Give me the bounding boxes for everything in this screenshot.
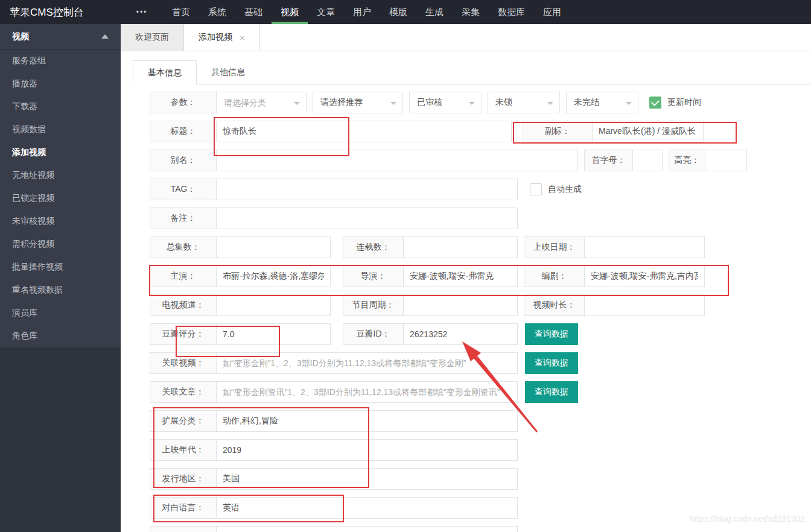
row-remark: 备注： — [150, 207, 811, 229]
first-letter-input[interactable] — [633, 150, 662, 171]
video-duration-input[interactable] — [585, 295, 704, 315]
nav-item-home[interactable]: 首页 — [163, 0, 199, 24]
release-region-input[interactable] — [217, 469, 517, 489]
release-year-input[interactable] — [217, 440, 517, 460]
title-input[interactable] — [217, 121, 511, 142]
tv-channel-input[interactable] — [217, 295, 330, 315]
tab-welcome-page[interactable]: 欢迎页面 — [121, 24, 184, 51]
update-time-label: 更新时间 — [667, 97, 701, 108]
row-alias: 别名： 首字母： 高亮： — [150, 150, 811, 171]
nav-item-template[interactable]: 模版 — [380, 0, 416, 24]
director-input[interactable] — [404, 266, 517, 287]
sidebar-item-downloader[interactable]: 下载器 — [0, 95, 121, 118]
starring-input[interactable] — [217, 266, 330, 287]
row-dialogue-language: 对白语言： — [150, 497, 811, 519]
remark-label: 备注： — [150, 208, 217, 229]
main-nav: 首页 系统 基础 视频 文章 用户 模版 生成 采集 数据库 应用 — [163, 0, 570, 24]
program-cycle-input[interactable] — [404, 295, 517, 315]
row-episodes: 总集数： 连载数： 上映日期： — [150, 236, 811, 258]
nav-item-generate[interactable]: 生成 — [416, 0, 453, 24]
screenwriter-input[interactable] — [585, 266, 704, 287]
release-year-label: 上映年代： — [150, 440, 217, 460]
related-video-input[interactable] — [217, 353, 517, 373]
sidebar-item-points-video[interactable]: 需积分视频 — [0, 233, 121, 256]
nav-item-database[interactable]: 数据库 — [489, 0, 534, 24]
douban-score-input[interactable] — [217, 324, 330, 344]
dialogue-language-input[interactable] — [217, 498, 517, 518]
sidebar-item-unreviewed-video[interactable]: 未审核视频 — [0, 210, 121, 233]
sidebar-item-locked-video[interactable]: 已锁定视频 — [0, 187, 121, 210]
total-episodes-input[interactable] — [217, 237, 330, 258]
serial-number-input[interactable] — [404, 237, 517, 258]
row-tag: TAG： 自动生成 — [150, 179, 811, 200]
alias-input[interactable] — [217, 150, 577, 171]
sidebar-item-actor-library[interactable]: 演员库 — [0, 302, 121, 325]
nav-item-system[interactable]: 系统 — [199, 0, 235, 24]
sidebar-group-video[interactable]: 视频 — [0, 24, 121, 49]
sidebar-item-duplicate-video[interactable]: 重名视频数据 — [0, 279, 121, 302]
review-status-select[interactable]: 已审核 — [409, 92, 482, 113]
close-icon[interactable]: × — [240, 33, 245, 43]
row-ext-category: 扩展分类： — [150, 410, 811, 432]
nav-item-user[interactable]: 用户 — [344, 0, 380, 24]
auto-generate-label: 自动生成 — [548, 184, 582, 195]
query-related-article-button[interactable]: 查询数据 — [525, 381, 578, 403]
sidebar-item-player[interactable]: 播放器 — [0, 72, 121, 95]
row-params: 参数： 请选择分类 请选择推荐 已审核 未锁 未 — [150, 92, 811, 113]
auto-generate-checkbox[interactable] — [530, 183, 542, 195]
nav-item-video[interactable]: 视频 — [272, 0, 308, 24]
screenwriter-label: 编剧： — [524, 266, 585, 287]
sidebar-item-batch-video[interactable]: 批量操作视频 — [0, 256, 121, 279]
ext-category-input[interactable] — [217, 411, 517, 431]
recommend-select[interactable]: 请选择推荐 — [313, 92, 403, 113]
remark-input[interactable] — [217, 208, 517, 229]
release-region-label: 发行地区： — [150, 469, 217, 489]
tag-label: TAG： — [150, 179, 217, 200]
sidebar-item-add-video[interactable]: 添加视频 — [0, 141, 121, 164]
complete-status-select[interactable]: 未完结 — [566, 92, 638, 113]
tab-add-video[interactable]: 添加视频 × — [184, 24, 260, 51]
tag-input[interactable] — [217, 179, 517, 200]
form-tabs: 基本信息 其他信息 — [133, 60, 811, 85]
main-content: 欢迎页面 添加视频 × 基本信息 其他信息 参数： 请选择分类 — [121, 24, 811, 532]
brand-title: 苹果CMS控制台 — [0, 0, 121, 24]
lock-status-select[interactable]: 未锁 — [488, 92, 560, 113]
category-select[interactable]: 请选择分类 — [217, 92, 306, 114]
subtitle-input[interactable] — [593, 121, 703, 142]
related-article-input[interactable] — [217, 382, 517, 402]
title-label: 标题： — [150, 121, 217, 142]
nav-item-collect[interactable]: 采集 — [453, 0, 489, 24]
douban-id-input[interactable] — [404, 324, 517, 344]
sidebar-group-title: 视频 — [12, 31, 29, 42]
sidebar: 视频 服务器组 播放器 下载器 视频数据 添加视频 无地址视频 已锁定视频 未审… — [0, 24, 121, 532]
row-related-video: 关联视频： 查询数据 — [150, 352, 811, 374]
nav-more-icon[interactable]: ••• — [121, 0, 163, 24]
params-label: 参数： — [150, 92, 217, 113]
row-related-article: 关联文章： 查询数据 — [150, 381, 811, 403]
tab-basic-info[interactable]: 基本信息 — [133, 60, 197, 85]
query-related-video-button[interactable]: 查询数据 — [525, 352, 578, 374]
chevron-up-icon — [101, 34, 109, 39]
starring-label: 主演： — [150, 266, 217, 287]
chevron-down-icon — [294, 102, 300, 105]
douban-id-label: 豆瓣ID： — [343, 324, 404, 344]
nav-item-app[interactable]: 应用 — [534, 0, 570, 24]
sidebar-item-server-group[interactable]: 服务器组 — [0, 49, 121, 72]
release-date-input[interactable] — [585, 237, 704, 258]
program-cycle-label: 节目周期： — [343, 295, 404, 315]
serial-number-label: 连载数： — [343, 237, 404, 258]
sidebar-item-video-data[interactable]: 视频数据 — [0, 118, 121, 141]
chevron-down-icon — [547, 102, 553, 105]
related-video-label: 关联视频： — [150, 353, 217, 373]
tab-other-info[interactable]: 其他信息 — [197, 60, 259, 84]
query-douban-button[interactable]: 查询数据 — [525, 323, 578, 345]
partial-input[interactable] — [217, 527, 517, 532]
nav-item-basic[interactable]: 基础 — [235, 0, 272, 24]
sidebar-item-no-url-video[interactable]: 无地址视频 — [0, 164, 121, 187]
update-time-checkbox[interactable] — [649, 97, 661, 109]
nav-item-article[interactable]: 文章 — [308, 0, 344, 24]
sidebar-item-role-library[interactable]: 角色库 — [0, 325, 121, 347]
dialogue-language-label: 对白语言： — [150, 498, 217, 518]
highlight-label: 高亮： — [669, 150, 705, 171]
highlight-input[interactable] — [705, 150, 746, 171]
